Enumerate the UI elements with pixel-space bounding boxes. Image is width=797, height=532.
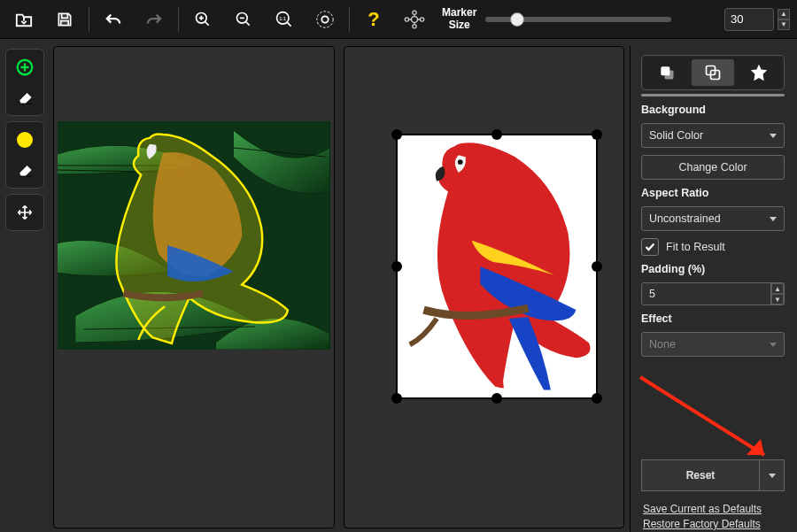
svg-point-6	[412, 16, 418, 22]
chevron-down-icon	[770, 134, 777, 138]
aspect-ratio-label: Aspect Ratio	[641, 187, 785, 199]
zoom-1-1-icon: 1:1	[275, 10, 294, 29]
crop-handle[interactable]	[491, 393, 502, 404]
eraser-icon	[15, 162, 35, 178]
graph-button[interactable]	[398, 4, 431, 35]
padding-input[interactable]: 5	[641, 282, 771, 305]
svg-point-9	[413, 11, 416, 14]
padding-stepper-up[interactable]: ▲	[771, 283, 784, 294]
open-button[interactable]	[7, 4, 41, 35]
fg-tool-group	[5, 49, 44, 116]
move-icon	[16, 204, 34, 221]
top-toolbar: 1:1 ? Marker Size 30 ▲ ▼	[0, 0, 797, 39]
svg-point-8	[420, 17, 423, 20]
erase-foreground-tool[interactable]	[10, 83, 40, 112]
padding-field-row: 5 ▲ ▼	[641, 282, 785, 305]
selection-outline	[58, 121, 330, 350]
circle-fill-icon	[16, 131, 34, 149]
undo-icon	[104, 12, 123, 27]
extracted-subject	[398, 135, 596, 397]
background-type-value: Solid Color	[649, 129, 703, 142]
add-background-tool[interactable]	[10, 126, 40, 154]
tab-layers[interactable]	[646, 59, 688, 86]
background-label: Background	[641, 104, 785, 116]
stepper-down[interactable]: ▼	[778, 19, 790, 30]
source-canvas[interactable]	[58, 121, 330, 350]
check-icon	[644, 241, 656, 253]
padding-stepper-down[interactable]: ▼	[771, 294, 784, 305]
add-foreground-tool[interactable]	[10, 53, 40, 81]
reset-row: Reset	[641, 459, 785, 491]
separator	[89, 7, 89, 32]
crop-handle[interactable]	[592, 261, 602, 272]
marker-size-stepper: ▲ ▼	[778, 9, 790, 30]
workspace	[53, 46, 624, 528]
crop-handle[interactable]	[592, 129, 602, 140]
zoom-fit-icon	[315, 10, 335, 29]
tool-strip	[5, 49, 44, 231]
change-color-button[interactable]: Change Color	[641, 155, 785, 180]
tab-objects[interactable]	[692, 59, 734, 86]
menu-restore-factory[interactable]: Restore Factory Defaults	[643, 517, 783, 532]
zoom-in-button[interactable]	[186, 4, 220, 35]
erase-background-tool[interactable]	[10, 156, 40, 184]
right-panel: Background Solid Color Change Color Aspe…	[630, 46, 793, 532]
source-pane[interactable]	[53, 46, 335, 528]
help-button[interactable]: ?	[357, 4, 391, 35]
bg-tool-group	[5, 121, 44, 189]
svg-text:1:1: 1:1	[279, 15, 286, 20]
crop-handle[interactable]	[391, 261, 402, 272]
marker-size-label: Marker Size	[442, 7, 476, 30]
crop-handle[interactable]	[391, 129, 402, 140]
tab-underline	[641, 94, 785, 96]
aspect-ratio-select[interactable]: Unconstrained	[641, 206, 785, 231]
reset-button[interactable]: Reset	[641, 459, 760, 491]
fit-to-result-row: Fit to Result	[641, 238, 785, 256]
crop-handle[interactable]	[491, 129, 502, 140]
separator	[349, 7, 350, 32]
slider-knob[interactable]	[510, 12, 524, 27]
result-canvas[interactable]	[396, 134, 598, 399]
crop-handle[interactable]	[391, 393, 402, 404]
reset-menu-button[interactable]	[760, 459, 785, 491]
svg-point-4	[317, 11, 333, 27]
star-icon	[749, 63, 769, 82]
marker-size-value[interactable]: 30	[724, 8, 774, 31]
svg-point-12	[17, 132, 33, 148]
chevron-down-icon	[770, 217, 777, 221]
redo-button[interactable]	[137, 4, 171, 35]
question-icon: ?	[368, 8, 379, 31]
stepper-up[interactable]: ▲	[778, 9, 790, 19]
move-tool[interactable]	[10, 198, 40, 227]
zoom-actual-button[interactable]: 1:1	[267, 4, 301, 35]
add-circle-icon	[15, 58, 35, 77]
fit-to-result-checkbox[interactable]	[641, 238, 659, 256]
effect-select[interactable]: None	[641, 332, 785, 357]
marker-size-slider[interactable]	[485, 17, 671, 22]
padding-label: Padding (%)	[641, 263, 785, 275]
fit-to-result-label: Fit to Result	[666, 241, 725, 253]
result-pane[interactable]	[344, 46, 625, 528]
background-type-select[interactable]: Solid Color	[641, 123, 785, 148]
zoom-fit-button[interactable]	[308, 4, 342, 35]
redo-icon	[144, 12, 164, 27]
tab-favorites[interactable]	[738, 59, 780, 86]
eraser-icon	[15, 89, 35, 105]
undo-button[interactable]	[97, 4, 130, 35]
separator	[178, 7, 179, 32]
crop-handle[interactable]	[592, 393, 602, 404]
menu-save-defaults[interactable]: Save Current as Defaults	[643, 502, 783, 517]
graph-nodes-icon	[404, 10, 425, 29]
chevron-down-icon	[769, 474, 776, 478]
svg-rect-20	[665, 71, 674, 80]
zoom-in-icon	[194, 11, 212, 28]
move-tool-group	[5, 194, 44, 231]
aspect-ratio-value: Unconstrained	[649, 212, 721, 225]
copies-icon	[704, 64, 722, 81]
chevron-down-icon	[770, 343, 777, 347]
zoom-out-button[interactable]	[227, 4, 260, 35]
save-button[interactable]	[48, 4, 81, 35]
reset-menu-popup: Save Current as Defaults Restore Factory…	[641, 498, 785, 532]
folder-open-icon	[14, 11, 34, 28]
svg-point-5	[321, 16, 328, 22]
